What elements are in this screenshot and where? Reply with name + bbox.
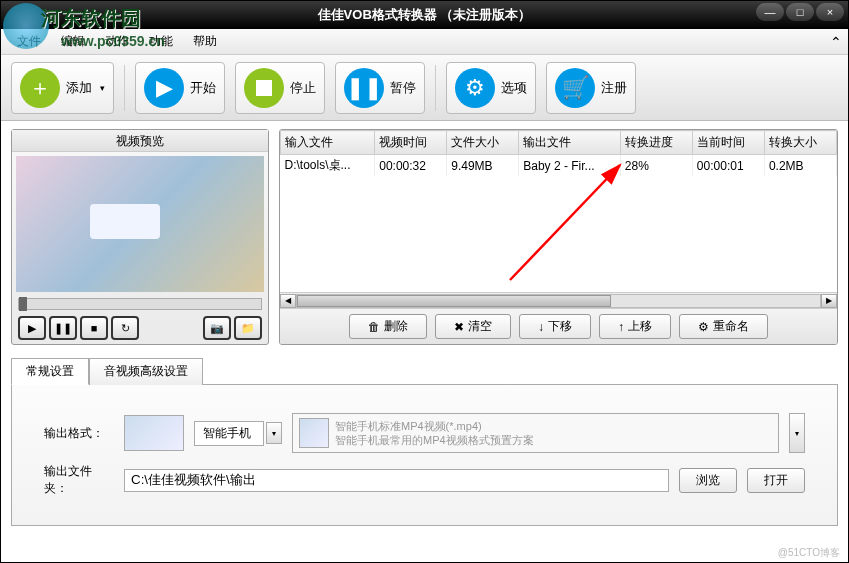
options-label: 选项 [501,79,527,97]
menu-file[interactable]: 文件 [7,31,51,52]
preview-thumbnail [90,204,160,239]
slider-thumb[interactable] [19,297,27,311]
down-icon: ↓ [538,320,544,334]
open-button[interactable]: 打开 [747,468,805,493]
pause-icon: ❚❚ [344,68,384,108]
preview-stop-button[interactable]: ■ [80,316,108,340]
delete-button[interactable]: 🗑删除 [349,314,427,339]
preview-pause-button[interactable]: ❚❚ [49,316,77,340]
horizontal-scrollbar[interactable]: ◀ ▶ [280,292,837,308]
menubar: 文件 编辑 动作 功能 帮助 ⌃ [1,29,848,55]
file-list-panel: 输入文件 视频时间 文件大小 输出文件 转换进度 当前时间 转换大小 D:\to… [279,129,838,345]
col-output[interactable]: 输出文件 [519,131,621,155]
preset-thumbnail [299,418,329,448]
minimize-button[interactable]: — [756,3,784,21]
col-input[interactable]: 输入文件 [281,131,375,155]
tab-content: 输出格式： 智能手机 ▾ 智能手机标准MP4视频(*.mp4) 智能手机最常用的… [11,384,838,526]
window-title: 佳佳VOB格式转换器 （未注册版本） [318,6,532,24]
cell-output: Baby 2 - Fir... [519,155,621,177]
register-label: 注册 [601,79,627,97]
stop-icon [244,68,284,108]
rename-button[interactable]: ⚙重命名 [679,314,768,339]
trash-icon: 🗑 [368,320,380,334]
preview-loop-button[interactable]: ↻ [111,316,139,340]
titlebar: 佳佳VOB格式转换器 （未注册版本） — □ × [1,1,848,29]
menu-function[interactable]: 功能 [139,31,183,52]
preview-panel: 视频预览 ▶ ❚❚ ■ ↻ 📷 📁 [11,129,269,345]
browse-button[interactable]: 浏览 [679,468,737,493]
seek-slider[interactable] [18,298,262,310]
moveup-button[interactable]: ↑上移 [599,314,671,339]
stop-label: 停止 [290,79,316,97]
close-button[interactable]: × [816,3,844,21]
cell-convsize: 0.2MB [764,155,836,177]
x-icon: ✖ [454,320,464,334]
scroll-track[interactable] [296,294,821,308]
dropdown-icon: ▾ [100,83,105,93]
cart-icon: 🛒 [555,68,595,108]
scroll-right-button[interactable]: ▶ [821,294,837,308]
preview-title: 视频预览 [12,130,268,152]
cell-vtime: 00:00:32 [375,155,447,177]
gear-icon: ⚙ [698,320,709,334]
menubar-collapse-icon[interactable]: ⌃ [830,34,842,50]
scroll-left-button[interactable]: ◀ [280,294,296,308]
pause-label: 暂停 [390,79,416,97]
col-curtime[interactable]: 当前时间 [692,131,764,155]
col-vtime[interactable]: 视频时间 [375,131,447,155]
col-convsize[interactable]: 转换大小 [764,131,836,155]
preset-title: 智能手机标准MP4视频(*.mp4) [335,419,534,433]
output-format-label: 输出格式： [44,425,114,442]
pause-button[interactable]: ❚❚ 暂停 [335,62,425,114]
start-button[interactable]: ▶ 开始 [135,62,225,114]
toolbar: ＋ 添加 ▾ ▶ 开始 停止 ❚❚ 暂停 ⚙ 选项 🛒 注册 [1,55,848,121]
tab-av-advanced[interactable]: 音视频高级设置 [89,358,203,385]
snapshot-button[interactable]: 📷 [203,316,231,340]
footer-watermark: @51CTO博客 [778,546,840,560]
preset-dropdown-button[interactable]: ▾ [789,413,805,453]
tab-general[interactable]: 常规设置 [11,358,89,385]
options-button[interactable]: ⚙ 选项 [446,62,536,114]
col-progress[interactable]: 转换进度 [620,131,692,155]
menu-edit[interactable]: 编辑 [51,31,95,52]
dropdown-icon[interactable]: ▾ [266,422,282,444]
file-table: 输入文件 视频时间 文件大小 输出文件 转换进度 当前时间 转换大小 D:\to… [280,130,837,292]
cell-curtime: 00:00:01 [692,155,764,177]
movedown-button[interactable]: ↓下移 [519,314,591,339]
clear-button[interactable]: ✖清空 [435,314,511,339]
video-preview [16,156,264,292]
preset-display[interactable]: 智能手机标准MP4视频(*.mp4) 智能手机最常用的MP4视频格式预置方案 [292,413,779,453]
cell-input: D:\tools\桌... [281,155,375,177]
separator [435,65,436,111]
output-dir-label: 输出文件夹： [44,463,114,497]
cell-fsize: 9.49MB [447,155,519,177]
register-button[interactable]: 🛒 注册 [546,62,636,114]
device-combo[interactable]: 智能手机 ▾ [194,421,282,446]
table-row[interactable]: D:\tools\桌... 00:00:32 9.49MB Baby 2 - F… [281,155,837,177]
preview-play-button[interactable]: ▶ [18,316,46,340]
stop-button[interactable]: 停止 [235,62,325,114]
device-thumbnail [124,415,184,451]
open-folder-button[interactable]: 📁 [234,316,262,340]
maximize-button[interactable]: □ [786,3,814,21]
output-dir-input[interactable] [124,469,669,492]
play-icon: ▶ [144,68,184,108]
menu-help[interactable]: 帮助 [183,31,227,52]
plus-icon: ＋ [20,68,60,108]
separator [124,65,125,111]
device-combo-text: 智能手机 [194,421,264,446]
start-label: 开始 [190,79,216,97]
gear-icon: ⚙ [455,68,495,108]
menu-action[interactable]: 动作 [95,31,139,52]
cell-progress: 28% [620,155,692,177]
scroll-thumb[interactable] [297,295,611,307]
preset-desc: 智能手机最常用的MP4视频格式预置方案 [335,433,534,447]
add-label: 添加 [66,79,92,97]
col-fsize[interactable]: 文件大小 [447,131,519,155]
up-icon: ↑ [618,320,624,334]
add-button[interactable]: ＋ 添加 ▾ [11,62,114,114]
svg-line-0 [510,165,620,280]
